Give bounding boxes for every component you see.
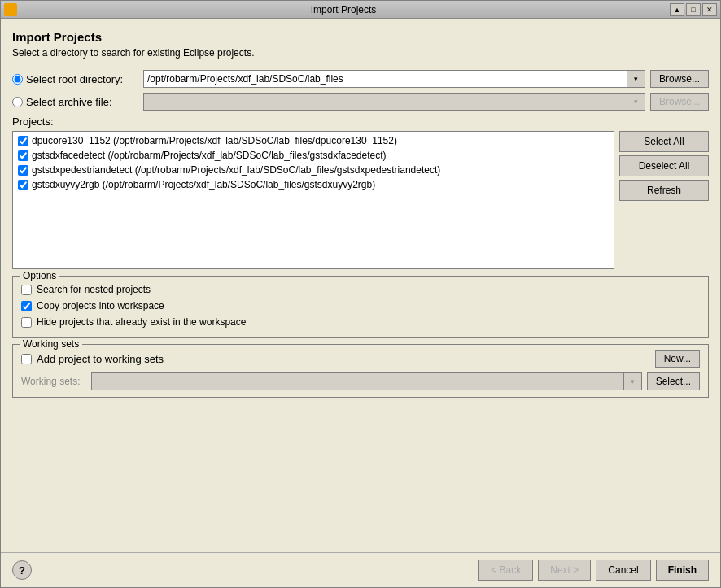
title-bar: Import Projects ▲ □ ✕: [1, 1, 720, 19]
page-title: Import Projects: [12, 30, 709, 44]
project-checkbox-1[interactable]: [18, 136, 28, 146]
working-sets-input[interactable]: [91, 372, 624, 390]
options-group: Options Search for nested projects Copy …: [12, 276, 709, 338]
archive-file-radio[interactable]: [12, 97, 23, 107]
project-label-4: gstsdxuyvy2rgb (/opt/robarm/Projects/xdf…: [32, 179, 375, 190]
project-label-3: gstsdxpedestriandetect (/opt/robarm/Proj…: [32, 164, 440, 176]
new-working-set-button[interactable]: New...: [655, 350, 700, 368]
maximize-button[interactable]: □: [686, 3, 701, 16]
page-subtitle: Select a directory to search for existin…: [12, 47, 709, 59]
dialog-footer: ? < Back Next > Cancel Finish: [1, 552, 720, 587]
hide-projects-row: Hide projects that already exist in the …: [21, 314, 700, 330]
project-checkbox-3[interactable]: [18, 165, 28, 176]
add-to-working-sets-checkbox[interactable]: [21, 354, 32, 364]
root-directory-browse-button[interactable]: Browse...: [650, 70, 709, 88]
archive-file-browse-button[interactable]: Browse...: [650, 93, 709, 111]
working-sets-group: Working sets Add project to working sets…: [12, 344, 709, 398]
title-bar-buttons: ▲ □ ✕: [670, 3, 717, 16]
finish-button[interactable]: Finish: [656, 560, 709, 581]
root-directory-radio-label[interactable]: Select root directory:: [12, 73, 138, 85]
working-sets-input-container: ▾: [91, 372, 642, 390]
hide-projects-checkbox[interactable]: [21, 317, 32, 328]
working-sets-legend: Working sets: [20, 338, 82, 350]
add-to-working-sets-row: Add project to working sets New...: [21, 350, 700, 368]
copy-projects-checkbox[interactable]: [21, 301, 32, 311]
dialog-content: Import Projects Select a directory to se…: [1, 19, 720, 552]
copy-projects-label: Copy projects into workspace: [37, 300, 164, 311]
archive-file-dropdown[interactable]: ▾: [627, 93, 645, 111]
window-title: Import Projects: [17, 4, 670, 15]
projects-buttons: Select All Deselect All Refresh: [619, 131, 709, 269]
projects-label: Projects:: [12, 115, 709, 128]
working-sets-dropdown[interactable]: ▾: [624, 372, 642, 390]
project-checkbox-4[interactable]: [18, 180, 28, 190]
close-button[interactable]: ✕: [702, 3, 717, 16]
search-nested-checkbox[interactable]: [21, 285, 32, 295]
footer-nav-buttons: < Back Next > Cancel Finish: [478, 560, 709, 581]
list-item[interactable]: gstsdxuyvy2rgb (/opt/robarm/Projects/xdf…: [13, 177, 614, 192]
options-legend: Options: [20, 270, 59, 281]
archive-file-row: Select archive file: ▾ Browse...: [12, 93, 709, 111]
working-sets-input-row: Working sets: ▾ Select...: [21, 372, 700, 390]
root-directory-row: Select root directory: ▾ Browse...: [12, 70, 709, 88]
working-sets-label: Working sets:: [21, 376, 86, 387]
projects-list: dpucore130_1152 (/opt/robarm/Projects/xd…: [12, 131, 614, 269]
minimize-button[interactable]: ▲: [670, 3, 684, 16]
archive-file-input-container: ▾: [143, 93, 645, 111]
archive-file-label: Select archive file:: [26, 96, 112, 108]
project-label-1: dpucore130_1152 (/opt/robarm/Projects/xd…: [32, 135, 397, 146]
project-label-2: gstsdxfacedetect (/opt/robarm/Projects/x…: [32, 150, 387, 161]
list-item[interactable]: gstsdxfacedetect (/opt/robarm/Projects/x…: [13, 148, 614, 163]
archive-file-input[interactable]: [143, 93, 627, 111]
projects-area: dpucore130_1152 (/opt/robarm/Projects/xd…: [12, 131, 709, 269]
window-icon: [4, 3, 17, 16]
hide-projects-label: Hide projects that already exist in the …: [37, 316, 246, 328]
root-directory-dropdown[interactable]: ▾: [627, 70, 645, 88]
root-directory-input[interactable]: [143, 70, 627, 88]
archive-file-radio-label[interactable]: Select archive file:: [12, 96, 138, 108]
import-projects-dialog: Import Projects ▲ □ ✕ Import Projects Se…: [0, 0, 721, 588]
refresh-button[interactable]: Refresh: [619, 180, 709, 201]
select-all-button[interactable]: Select All: [619, 131, 709, 152]
project-checkbox-2[interactable]: [18, 150, 28, 161]
list-item[interactable]: gstsdxpedestriandetect (/opt/robarm/Proj…: [13, 163, 614, 177]
next-button[interactable]: Next >: [538, 560, 591, 581]
list-item[interactable]: dpucore130_1152 (/opt/robarm/Projects/xd…: [13, 133, 614, 148]
root-directory-input-container: ▾: [143, 70, 645, 88]
search-nested-row: Search for nested projects: [21, 281, 700, 298]
search-nested-label: Search for nested projects: [37, 284, 151, 295]
cancel-button[interactable]: Cancel: [596, 560, 650, 581]
add-to-working-sets-label: Add project to working sets: [37, 353, 164, 365]
help-button[interactable]: ?: [12, 560, 32, 580]
select-working-set-button[interactable]: Select...: [647, 372, 700, 390]
copy-projects-row: Copy projects into workspace: [21, 298, 700, 314]
deselect-all-button[interactable]: Deselect All: [619, 155, 709, 176]
back-button[interactable]: < Back: [478, 560, 533, 581]
root-directory-radio[interactable]: [12, 74, 23, 85]
